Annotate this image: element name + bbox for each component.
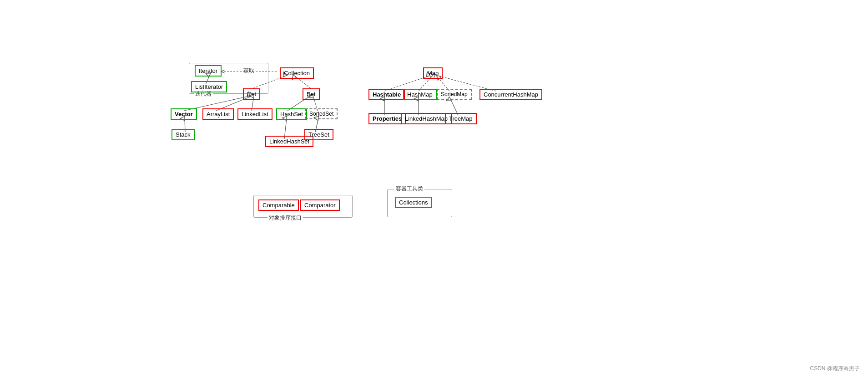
arraylist-node: ArrayList <box>202 108 234 120</box>
hashmap-node: HashMap <box>403 89 437 100</box>
linkedlist-node: LinkedList <box>237 108 273 120</box>
concurrenthashmap-node: ConcurrentHashMap <box>479 89 542 100</box>
diagram-container: 迭代器 获取 Collection Iterator ListIterator … <box>0 0 868 378</box>
comparable-node: Comparable <box>258 199 299 211</box>
treeset-node: TreeSet <box>304 129 333 140</box>
comparator-node: Comparator <box>300 199 340 211</box>
map-node: Map <box>423 67 443 79</box>
set-node: Set <box>303 88 320 100</box>
listiterator-node: ListIterator <box>191 81 227 92</box>
vector-node: Vector <box>171 108 197 120</box>
properties-node: Properties <box>368 113 406 124</box>
list-node: List <box>243 88 260 100</box>
watermark: CSDN @程序奇男子 <box>810 365 860 373</box>
hashset-node: HashSet <box>276 108 307 120</box>
treemap-node: TreeMap <box>445 113 477 124</box>
hashtable-node: Hashtable <box>368 89 405 100</box>
linkedhashmap-node: LinkedHashMap <box>401 113 452 124</box>
stack-node: Stack <box>172 129 195 140</box>
collections-node: Collections <box>395 197 432 208</box>
tools-group-label: 容器工具类 <box>394 185 424 193</box>
collection-node: Collection <box>280 67 314 79</box>
sortedset-node: SortedSet <box>305 108 338 119</box>
iterator-node: Iterator <box>195 65 222 77</box>
sorting-group-label: 对象排序接口 <box>267 214 303 222</box>
sortedmap-node: SortedMap <box>437 89 472 100</box>
obtain-label: 获取 <box>243 67 254 75</box>
